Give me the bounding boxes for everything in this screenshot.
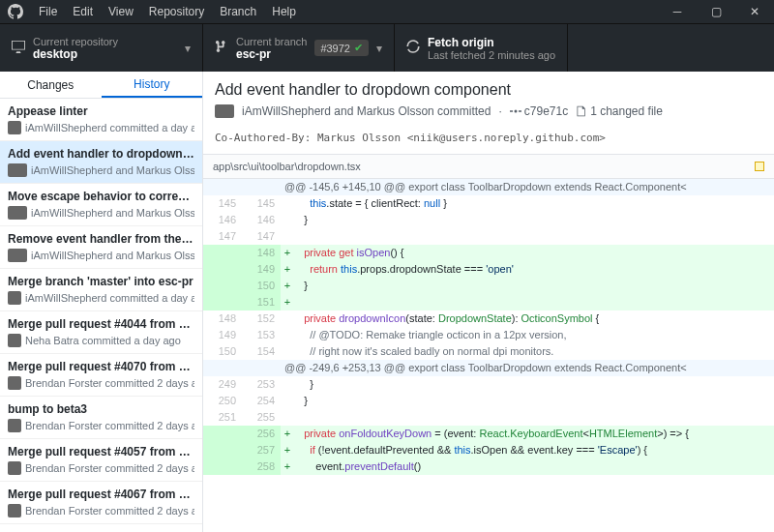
commit-sha: c79e71c xyxy=(510,104,568,118)
window-controls: ─ ▢ ✕ xyxy=(658,0,774,23)
commit-item-meta: Brendan Forster committed 2 days ago xyxy=(25,377,194,389)
diff-line: 150154 // right now it's scaled badly on… xyxy=(203,343,774,360)
commit-item-title: Add event handler to dropdown compon… xyxy=(8,147,194,161)
check-icon: ✔ xyxy=(354,42,363,54)
avatar xyxy=(8,334,21,347)
commit-item[interactable]: Merge pull request #4044 from desktop/…N… xyxy=(0,311,202,354)
diff-line: 150+ } xyxy=(203,278,774,294)
file-modified-icon xyxy=(755,162,764,171)
file-diff-icon xyxy=(576,105,587,117)
repo-dropdown[interactable]: Current repository desktop ▾ xyxy=(0,24,203,72)
diff-line: @@ -249,6 +253,13 @@ export class Toolba… xyxy=(203,360,774,376)
commit-item[interactable]: Merge pull request #4070 from desktop/…B… xyxy=(0,354,202,397)
commit-item[interactable]: Release to 1.1.0-beta2Brendan Forster co… xyxy=(0,524,202,532)
avatar xyxy=(8,291,21,305)
commit-item-meta: Neha Batra committed a day ago xyxy=(25,335,181,346)
menu-edit[interactable]: Edit xyxy=(65,5,101,18)
titlebar: FileEditViewRepositoryBranchHelp ─ ▢ ✕ xyxy=(0,0,774,23)
avatar xyxy=(8,121,21,134)
commit-item-title: Merge pull request #4067 from desktop/… xyxy=(8,488,194,501)
commit-item-title: Appease linter xyxy=(8,104,194,118)
commit-item[interactable]: Merge pull request #4067 from desktop/…B… xyxy=(0,482,202,524)
commit-item[interactable]: Add event handler to dropdown compon…iAm… xyxy=(0,141,202,184)
diff-line: 256+ private onFoldoutKeyDown = (event: … xyxy=(203,426,774,442)
avatar xyxy=(8,504,21,517)
commit-item[interactable]: Appease linteriAmWillShepherd committed … xyxy=(0,99,202,141)
menu-file[interactable]: File xyxy=(31,5,65,18)
commit-item-title: Merge pull request #4070 from desktop/… xyxy=(8,360,194,373)
pr-badge: #3972 ✔ xyxy=(314,40,369,56)
fetch-sublabel: Last fetched 2 minutes ago xyxy=(428,49,555,61)
commit-item-meta: iAmWillShepherd committed a day ago xyxy=(25,292,194,304)
commit-item[interactable]: Move escape behavior to correct compo…iA… xyxy=(0,184,202,226)
commit-item-meta: iAmWillShepherd committed a day ago xyxy=(25,122,194,133)
git-commit-icon xyxy=(510,105,521,117)
commit-item[interactable]: Merge pull request #4057 from desktop/…B… xyxy=(0,439,202,482)
commit-item-title: Move escape behavior to correct compo… xyxy=(8,190,194,203)
file-header[interactable]: app\src\ui\toolbar\dropdown.tsx xyxy=(203,154,774,179)
pr-number: #3972 xyxy=(320,43,350,54)
commit-title: Add event handler to dropdown component xyxy=(215,81,762,99)
diff-line: 148+ private get isOpen() { xyxy=(203,245,774,261)
commit-item-title: Remove event handler from the branches… xyxy=(8,232,194,246)
commit-item[interactable]: bump to beta3Brendan Forster committed 2… xyxy=(0,397,202,439)
diff-line: 146146 } xyxy=(203,212,774,228)
diff-line: 257+ if (!event.defaultPrevented && this… xyxy=(203,442,774,458)
diff-line: 251255 xyxy=(203,409,774,426)
diff-line: 258+ event.preventDefault() xyxy=(203,458,774,475)
app-menu: FileEditViewRepositoryBranchHelp xyxy=(31,5,304,18)
branch-dropdown[interactable]: Current branch esc-pr #3972 ✔ ▾ xyxy=(203,24,395,72)
commit-item[interactable]: Remove event handler from the branches…i… xyxy=(0,226,202,269)
svg-point-0 xyxy=(514,110,517,113)
commit-list[interactable]: Appease linteriAmWillShepherd committed … xyxy=(0,99,202,532)
diff-line: 148152 private dropdownIcon(state: Dropd… xyxy=(203,310,774,327)
toolbar: Current repository desktop ▾ Current bra… xyxy=(0,23,774,72)
avatar xyxy=(215,104,234,118)
file-path: app\src\ui\toolbar\dropdown.tsx xyxy=(213,161,361,172)
diff-view[interactable]: @@ -145,6 +145,10 @@ export class Toolba… xyxy=(203,179,774,532)
avatar xyxy=(8,163,27,177)
fetch-label: Fetch origin xyxy=(428,36,555,49)
menu-repository[interactable]: Repository xyxy=(141,5,212,18)
repo-name: desktop xyxy=(33,47,118,61)
maximize-button[interactable]: ▢ xyxy=(697,0,735,23)
commit-item[interactable]: Merge branch 'master' into esc-priAmWill… xyxy=(0,269,202,311)
commit-item-title: Merge pull request #4044 from desktop/… xyxy=(8,317,194,331)
commit-item-title: Merge branch 'master' into esc-pr xyxy=(8,275,194,288)
commit-item-meta: Brendan Forster committed 2 days ago xyxy=(25,420,194,431)
menu-help[interactable]: Help xyxy=(264,5,304,18)
diff-line: 151+ xyxy=(203,294,774,310)
diff-line: 250254 } xyxy=(203,393,774,409)
fetch-button[interactable]: Fetch origin Last fetched 2 minutes ago xyxy=(395,24,568,72)
menu-view[interactable]: View xyxy=(101,5,141,18)
commit-item-title: Merge pull request #4057 from desktop/… xyxy=(8,445,194,458)
repo-label: Current repository xyxy=(33,36,118,47)
close-button[interactable]: ✕ xyxy=(735,0,774,23)
sync-icon xyxy=(406,40,420,56)
tab-changes[interactable]: Changes xyxy=(0,72,102,98)
files-changed[interactable]: 1 changed file xyxy=(576,104,663,118)
commit-item-meta: iAmWillShepherd and Markus Olsson co… xyxy=(31,250,194,261)
diff-line: 149153 // @TODO: Remake triangle octicon… xyxy=(203,327,774,343)
diff-line: 147147 xyxy=(203,228,774,245)
commit-item-meta: iAmWillShepherd and Markus Olsson co… xyxy=(31,207,194,219)
minimize-button[interactable]: ─ xyxy=(658,0,697,23)
computer-icon xyxy=(12,40,25,56)
menu-branch[interactable]: Branch xyxy=(212,5,264,18)
avatar xyxy=(8,376,21,390)
avatar xyxy=(8,249,27,262)
avatar xyxy=(8,461,21,475)
commit-item-meta: Brendan Forster committed 2 days ago xyxy=(25,462,194,474)
diff-line: @@ -145,6 +145,10 @@ export class Toolba… xyxy=(203,179,774,195)
chevron-down-icon: ▾ xyxy=(376,42,382,55)
commit-item-meta: iAmWillShepherd and Markus Olsson co… xyxy=(31,164,194,176)
github-logo-icon xyxy=(8,4,23,19)
diff-line: 145145 this.state = { clientRect: null } xyxy=(203,195,774,212)
chevron-down-icon: ▾ xyxy=(185,42,191,55)
commit-byline: iAmWillShepherd and Markus Olsson commit… xyxy=(242,104,491,118)
tab-history[interactable]: History xyxy=(102,72,203,98)
git-branch-icon xyxy=(215,40,228,56)
diff-line: 149+ return this.props.dropdownState ===… xyxy=(203,261,774,278)
avatar xyxy=(8,419,21,432)
avatar xyxy=(8,206,27,220)
